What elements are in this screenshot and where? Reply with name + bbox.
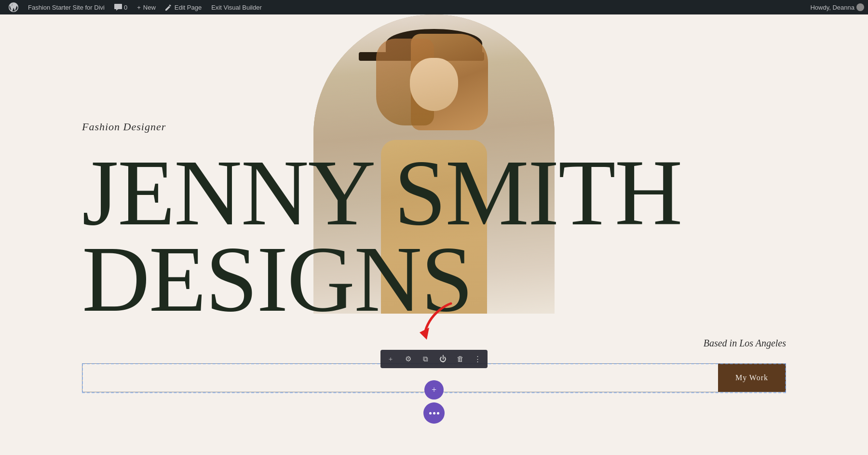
- dot-1: [429, 412, 432, 414]
- clone-icon: ⧉: [423, 355, 428, 363]
- hero-subtitle-container: Fashion Designer: [82, 121, 166, 137]
- more-icon: ⋮: [474, 355, 481, 363]
- divi-row-toolbar: + ⚙ ⧉ ⏻ 🗑 ⋮: [380, 350, 488, 368]
- new-menu-button[interactable]: + New: [132, 0, 161, 14]
- red-arrow-indicator: [415, 301, 463, 346]
- exit-builder-button[interactable]: Exit Visual Builder: [206, 0, 267, 14]
- add-icon: +: [389, 355, 393, 363]
- admin-bar: Fashion Starter Site for Divi 0 + New Ed…: [0, 0, 868, 14]
- toolbar-settings-button[interactable]: ⚙: [400, 352, 416, 366]
- edit-page-label: Edit Page: [175, 4, 202, 11]
- dot-2: [433, 412, 435, 414]
- exit-builder-label: Exit Visual Builder: [211, 4, 262, 11]
- hero-section: Fashion Designer JENNY SMITH DESIGNS Bas…: [0, 14, 868, 455]
- svg-marker-0: [420, 328, 429, 340]
- hero-title-container: JENNY SMITH DESIGNS: [0, 150, 868, 323]
- power-icon: ⏻: [439, 355, 447, 363]
- settings-icon: ⚙: [405, 355, 411, 363]
- plus-icon: +: [432, 385, 436, 395]
- page-content: Fashion Designer JENNY SMITH DESIGNS Bas…: [0, 14, 868, 455]
- hero-subtitle: Fashion Designer: [82, 121, 166, 133]
- hero-title-line2: DESIGNS: [82, 227, 472, 331]
- site-name-text: Fashion Starter Site for Divi: [28, 4, 105, 11]
- wp-logo-button[interactable]: [4, 0, 23, 14]
- new-label: New: [143, 4, 156, 11]
- trash-icon: 🗑: [457, 355, 464, 363]
- cta-button[interactable]: My Work: [718, 364, 786, 392]
- hero-title: JENNY SMITH DESIGNS: [82, 150, 868, 323]
- toolbar-clone-button[interactable]: ⧉: [417, 352, 434, 366]
- toolbar-power-button[interactable]: ⏻: [434, 352, 451, 366]
- divi-options-button[interactable]: [423, 402, 445, 424]
- edit-page-button[interactable]: Edit Page: [161, 0, 206, 14]
- toolbar-trash-button[interactable]: 🗑: [452, 352, 468, 366]
- toolbar-add-button[interactable]: +: [382, 352, 399, 366]
- site-name-link[interactable]: Fashion Starter Site for Divi: [23, 0, 109, 14]
- comments-link[interactable]: 0: [109, 0, 132, 14]
- user-avatar[interactable]: [856, 3, 864, 11]
- hero-location: Based in Los Angeles: [704, 338, 786, 349]
- dot-3: [437, 412, 439, 414]
- divi-add-section-button[interactable]: +: [424, 380, 444, 400]
- new-icon: +: [137, 4, 141, 11]
- comments-count: 0: [124, 4, 127, 11]
- howdy-text: Howdy, Deanna: [810, 4, 854, 11]
- toolbar-more-button[interactable]: ⋮: [469, 352, 486, 366]
